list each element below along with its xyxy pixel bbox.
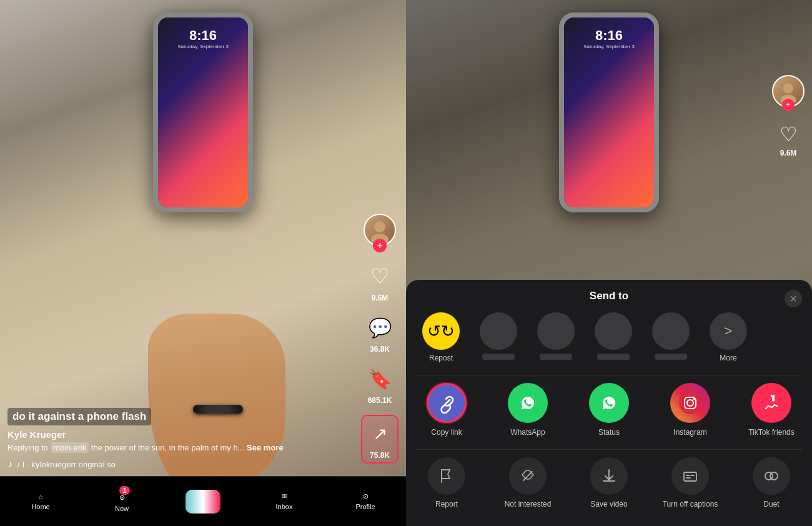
mention-tag[interactable]: robin.erik xyxy=(51,442,89,453)
right-like-count: 9.6M xyxy=(780,149,797,157)
reply-prefix: Replying to xyxy=(7,443,48,452)
save-video-icon xyxy=(590,457,628,495)
music-row[interactable]: ♪ ♪ l - kylekruegerr original so xyxy=(7,459,331,470)
nav-profile-label: Profile xyxy=(355,503,375,510)
now-badge: 1 xyxy=(119,486,129,495)
nav-now-label: Now xyxy=(115,505,129,512)
creator-username[interactable]: Kyle Krueger xyxy=(7,429,331,440)
share-app-copy-link[interactable]: Copy link xyxy=(406,383,487,437)
duet-icon xyxy=(753,457,790,495)
bookmark-count: 685.1K xyxy=(368,396,392,405)
contact-2[interactable] xyxy=(531,312,581,362)
action-not-interested[interactable]: Not interested xyxy=(487,457,568,509)
now-badge-container: ⊛ 1 xyxy=(119,491,125,502)
music-label: ♪ l - kylekruegerr original so xyxy=(16,460,116,469)
contact-4[interactable] xyxy=(646,312,696,362)
duet-label: Duet xyxy=(763,500,779,509)
comment-button[interactable]: 💬 xyxy=(365,312,395,342)
video-description: Replying to robin.erik the power of the … xyxy=(7,442,331,454)
status-label: Status xyxy=(598,428,620,437)
share-app-whatsapp[interactable]: WhatsApp xyxy=(487,383,568,437)
comment-count: 36.8K xyxy=(370,345,390,354)
right-creator-avatar[interactable]: + xyxy=(772,75,805,107)
tiktok-friends-label: TikTok friends xyxy=(748,428,795,437)
right-phone-body: 8:16 Saturday, September 3 xyxy=(559,12,659,212)
svg-rect-6 xyxy=(679,392,701,414)
more-item[interactable]: > More xyxy=(703,312,753,362)
share-title: Send to xyxy=(590,290,628,302)
nav-create[interactable]: + xyxy=(162,490,244,514)
bookmark-group: 🔖 685.1K xyxy=(365,364,395,405)
nav-home-label: Home xyxy=(31,503,49,510)
divider-2 xyxy=(416,449,802,450)
see-more-button[interactable]: See more xyxy=(247,443,284,452)
contact-1[interactable] xyxy=(473,312,523,362)
caption-text: do it against a phone flash xyxy=(7,408,151,425)
repost-item[interactable]: ↺↻ Repost xyxy=(416,312,466,362)
right-heart-icon[interactable]: ♡ xyxy=(780,122,798,146)
share-button[interactable]: ↗ xyxy=(365,419,395,449)
phone-body: 8:16 Saturday, September 3 xyxy=(153,12,253,212)
report-icon xyxy=(428,457,465,495)
nav-now[interactable]: ⊛ 1 Now xyxy=(81,491,162,512)
share-app-tiktok-friends[interactable]: TikTok friends xyxy=(731,383,812,437)
right-phone-date: Saturday, September 3 xyxy=(583,44,635,49)
bookmark-button[interactable]: 🔖 xyxy=(365,364,395,394)
bottom-navigation: ⌂ Home ⊛ 1 Now + ✉ Inbox ⊙ Profile xyxy=(0,476,406,526)
contact-avatar-1 xyxy=(480,312,517,350)
svg-rect-13 xyxy=(684,472,696,481)
share-header: Send to × xyxy=(406,290,812,302)
create-icon: + xyxy=(201,498,205,505)
share-app-instagram[interactable]: Instagram xyxy=(650,383,731,437)
creator-avatar-container: + xyxy=(364,214,396,246)
contact-3[interactable] xyxy=(588,312,638,362)
nav-home[interactable]: ⌂ Home xyxy=(0,493,81,510)
status-icon xyxy=(589,383,629,423)
action-turn-off-captions[interactable]: Turn off captions xyxy=(650,457,731,509)
nav-profile[interactable]: ⊙ Profile xyxy=(325,492,406,510)
home-icon: ⌂ xyxy=(39,493,43,500)
left-video-panel: 8:16 Saturday, September 3 do it against… xyxy=(0,0,406,526)
svg-point-18 xyxy=(770,472,778,480)
like-count: 9.6M xyxy=(372,294,389,302)
close-button[interactable]: × xyxy=(785,290,802,307)
action-save-video[interactable]: Save video xyxy=(568,457,650,509)
follow-button[interactable]: + xyxy=(373,239,387,252)
more-icon: > xyxy=(710,312,747,350)
svg-point-2 xyxy=(783,83,793,93)
copy-link-label: Copy link xyxy=(431,428,462,437)
description-text: the power of the sun, in the palm of my … xyxy=(91,443,245,452)
contact-name-3 xyxy=(597,354,630,360)
action-row: Report Not interested xyxy=(406,452,812,514)
share-group: ↗ 75.8K xyxy=(361,415,399,464)
right-phone-screen: 8:16 Saturday, September 3 xyxy=(564,17,654,207)
contact-name-4 xyxy=(655,354,687,360)
report-label: Report xyxy=(435,500,458,509)
right-video-panel: 8:16 Saturday, September 3 + ♡ 9.6M Send… xyxy=(406,0,812,526)
like-group: ♡ 9.6M xyxy=(365,261,395,302)
right-phone-time: 8:16 xyxy=(595,27,623,44)
tiktok-friends-icon xyxy=(751,383,791,423)
right-follow-button[interactable]: + xyxy=(782,99,795,111)
turn-off-captions-label: Turn off captions xyxy=(663,500,718,509)
nav-inbox[interactable]: ✉ Inbox xyxy=(244,492,325,510)
contact-avatar-3 xyxy=(595,312,632,350)
bookmark-icon: 🔖 xyxy=(369,368,392,390)
action-duet[interactable]: Duet xyxy=(731,457,812,509)
save-video-label: Save video xyxy=(590,500,627,509)
profile-icon: ⊙ xyxy=(363,492,369,500)
contact-avatar-2 xyxy=(537,312,575,350)
instagram-label: Instagram xyxy=(673,428,706,437)
like-button[interactable]: ♡ xyxy=(365,261,395,291)
comment-icon: 💬 xyxy=(369,317,392,339)
share-apps-row: Copy link WhatsApp xyxy=(406,378,812,447)
action-report[interactable]: Report xyxy=(406,457,487,509)
instagram-icon xyxy=(670,383,710,423)
contact-avatar-4 xyxy=(652,312,690,350)
create-button[interactable]: + xyxy=(186,490,220,514)
svg-point-0 xyxy=(374,221,385,232)
whatsapp-label: WhatsApp xyxy=(510,428,545,437)
whatsapp-icon xyxy=(508,383,548,423)
share-app-status[interactable]: Status xyxy=(568,383,650,437)
inbox-icon: ✉ xyxy=(282,492,287,500)
